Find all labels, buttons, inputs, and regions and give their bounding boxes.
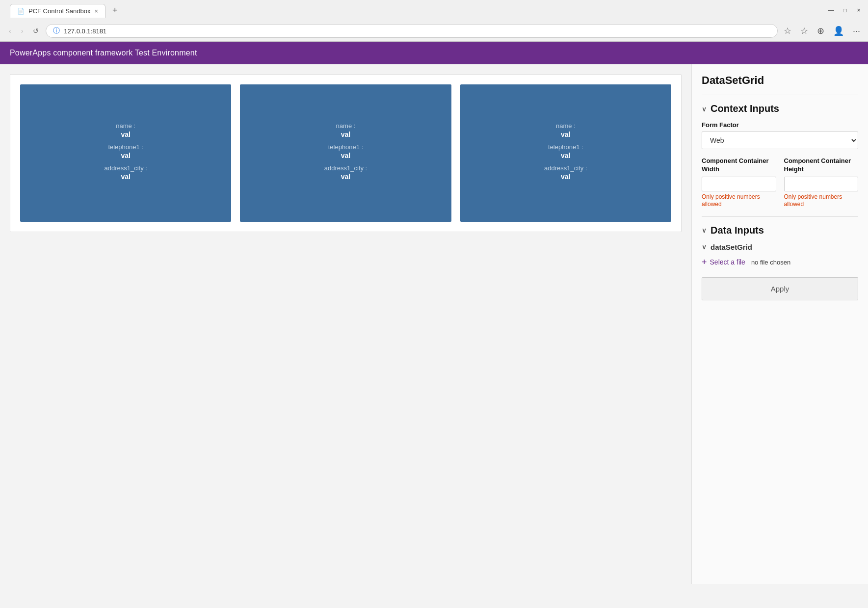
maximize-button[interactable]: □	[841, 6, 849, 15]
grid-card-1: name : val telephone1 : val address1_cit…	[20, 84, 231, 222]
apply-button[interactable]: Apply	[702, 277, 858, 300]
card2-telephone-label: telephone1 :	[328, 143, 364, 151]
app-header: PowerApps component framework Test Envir…	[0, 42, 868, 64]
browser-sync-icon[interactable]: ⊕	[815, 24, 826, 38]
dataset-grid-label: dataSetGrid	[710, 243, 752, 251]
dataset-grid-chevron-icon[interactable]: ∨	[702, 243, 707, 251]
info-icon: ⓘ	[53, 26, 60, 35]
card2-name-value: val	[341, 131, 350, 138]
settings-menu-icon[interactable]: ···	[851, 24, 862, 38]
card1-name-value: val	[121, 131, 130, 138]
card3-telephone-label: telephone1 :	[548, 143, 583, 151]
container-height-label: Component Container Height	[784, 157, 859, 174]
card2-telephone-value: val	[341, 152, 350, 159]
sidebar-title: DataSetGrid	[702, 74, 858, 87]
container-dimensions-row: Component Container Width Only positive …	[702, 157, 858, 209]
back-button[interactable]: ‹	[6, 25, 14, 37]
height-form-group: Component Container Height Only positive…	[784, 157, 859, 209]
new-tab-button[interactable]: +	[107, 3, 123, 18]
forward-button[interactable]: ›	[18, 25, 26, 37]
card3-address-label: address1_city :	[544, 164, 587, 172]
card1-telephone-value: val	[121, 152, 130, 159]
context-inputs-title: Context Inputs	[710, 103, 779, 114]
width-form-group: Component Container Width Only positive …	[702, 157, 776, 209]
divider-1	[702, 95, 858, 95]
data-inputs-chevron-icon[interactable]: ∨	[702, 226, 707, 234]
plus-icon: +	[702, 257, 707, 267]
container-width-input[interactable]	[702, 177, 776, 191]
form-factor-label: Form Factor	[702, 121, 858, 129]
container-height-input[interactable]	[784, 177, 859, 191]
url-bar[interactable]: ⓘ 127.0.0.1:8181	[46, 24, 778, 38]
app-header-title: PowerApps component framework Test Envir…	[10, 49, 197, 57]
card1-address-label: address1_city :	[104, 164, 147, 172]
window-controls: — □ ×	[827, 6, 863, 15]
url-text: 127.0.0.1:8181	[64, 27, 106, 35]
card3-name-value: val	[561, 131, 570, 138]
data-inputs-section: ∨ Data Inputs ∨ dataSetGrid + Select a f…	[702, 225, 858, 267]
sidebar: DataSetGrid ∨ Context Inputs Form Factor…	[691, 64, 868, 584]
card3-address-value: val	[561, 173, 570, 181]
card1-address-value: val	[121, 173, 130, 181]
height-error-text: Only positive numbers allowed	[784, 193, 859, 209]
card3-telephone-value: val	[561, 152, 570, 159]
tab-document-icon: 📄	[17, 8, 25, 15]
card2-name-label: name :	[336, 122, 356, 130]
card1-name-label: name :	[116, 122, 135, 130]
width-error-text: Only positive numbers allowed	[702, 193, 776, 209]
grid-container: name : val telephone1 : val address1_cit…	[10, 74, 682, 232]
favorites-star-icon[interactable]: ☆	[782, 24, 793, 38]
grid-card-3: name : val telephone1 : val address1_cit…	[460, 84, 671, 222]
dataset-grid-header: ∨ dataSetGrid	[702, 243, 858, 251]
container-width-label: Component Container Width	[702, 157, 776, 174]
divider-2	[702, 216, 858, 217]
browser-chrome: 📄 PCF Control Sandbox × + — □ × ‹ › ↺ ⓘ …	[0, 0, 868, 42]
select-file-button[interactable]: + Select a file	[702, 257, 745, 267]
card2-address-label: address1_city :	[324, 164, 367, 172]
close-button[interactable]: ×	[854, 6, 863, 15]
data-inputs-title: Data Inputs	[710, 225, 764, 236]
no-file-chosen-text: no file chosen	[751, 259, 790, 266]
address-bar: ‹ › ↺ ⓘ 127.0.0.1:8181 ☆ ☆ ⊕ 👤 ···	[0, 21, 868, 41]
form-factor-select[interactable]: Web Tablet Phone	[702, 132, 858, 149]
grid-card-2: name : val telephone1 : val address1_cit…	[240, 84, 451, 222]
main-layout: name : val telephone1 : val address1_cit…	[0, 64, 868, 584]
refresh-button[interactable]: ↺	[30, 25, 42, 37]
minimize-button[interactable]: —	[827, 6, 836, 15]
browser-tab[interactable]: 📄 PCF Control Sandbox ×	[10, 4, 105, 18]
tab-title: PCF Control Sandbox	[28, 7, 90, 15]
tab-bar: 📄 PCF Control Sandbox × +	[5, 3, 128, 18]
browser-toolbar: ☆ ☆ ⊕ 👤 ···	[782, 24, 862, 38]
tab-close-button[interactable]: ×	[94, 7, 98, 15]
collections-icon[interactable]: ☆	[798, 24, 810, 38]
data-inputs-section-header: ∨ Data Inputs	[702, 225, 858, 236]
context-inputs-section-header: ∨ Context Inputs	[702, 103, 858, 114]
card3-name-label: name :	[556, 122, 576, 130]
card1-telephone-label: telephone1 :	[108, 143, 143, 151]
file-select-row: + Select a file no file chosen	[702, 257, 858, 267]
select-file-label: Select a file	[710, 258, 745, 266]
title-bar: 📄 PCF Control Sandbox × + — □ ×	[0, 0, 868, 21]
profile-icon[interactable]: 👤	[831, 24, 846, 38]
card2-address-value: val	[341, 173, 350, 181]
content-area: name : val telephone1 : val address1_cit…	[0, 64, 691, 584]
context-inputs-chevron-icon[interactable]: ∨	[702, 105, 707, 113]
